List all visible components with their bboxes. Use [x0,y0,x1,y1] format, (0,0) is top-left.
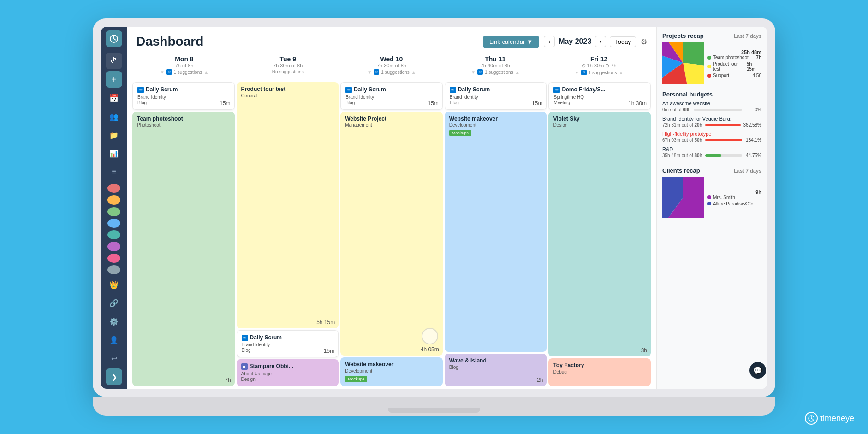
legend-dot-green [707,56,711,60]
card-team-photoshoot[interactable]: Team photoshoot Photoshoot 7h [132,112,235,386]
day-suggestions-fri: ▼ ✉ 1 suggestions ▲ [551,69,647,76]
avatar-3[interactable] [107,207,120,216]
chat-bubble[interactable]: 💬 [749,362,766,379]
main-content: Dashboard Link calendar ▼ ‹ May 2023 › T… [127,27,656,389]
calendar-settings-button[interactable]: ⚙ [641,37,647,46]
prev-month-button[interactable]: ‹ [544,36,555,47]
month-nav: ‹ May 2023 › Today [544,36,636,47]
legend-item-support: Support 4 50 [707,73,761,78]
legend-dot-red [707,74,711,78]
card-website-makeover-thu[interactable]: Website makeover Development Mockups [445,112,547,352]
avatar-1[interactable] [107,184,120,193]
legend-dot-yellow [707,65,711,68]
avatar-4[interactable] [107,219,120,228]
timeneye-branding: timeneye [805,412,854,425]
sidebar-bottom: 👑 🔗 ⚙️ 👤 ↩ ❯ [106,276,122,385]
sidebar: ⏱ + 📅 👥 📁 📊 ≡ 👑 [101,27,127,389]
card-daily-scrum-tue[interactable]: ✉ Daily Scrum Brand Identity Blog 15m [237,330,339,358]
day-headers: Mon 8 7h of 8h ▼ ✉ 1 suggestions ▲ Tue [127,53,656,79]
sidebar-item-network[interactable]: 🔗 [106,295,122,311]
projects-pie-container: 25h 48m Team photoshoot 7h Product tour … [662,42,761,85]
day-header-wed: Wed 10 7h 30m of 8h ▼ ✉ 1 suggestions ▲ [340,53,444,79]
next-month-button[interactable]: › [595,36,606,47]
avatar-8[interactable] [107,265,120,274]
header-controls: Link calendar ▼ ‹ May 2023 › Today ⚙ [483,36,647,48]
card-wave-island[interactable]: Wave & Island Blog 2h [445,354,547,386]
link-calendar-button[interactable]: Link calendar ▼ [483,36,539,48]
ms-outlook-icon-thu: ✉ [450,87,456,93]
day-hours-wed: 7h 30m of 8h [344,63,440,68]
budget-bar-brand [705,124,741,126]
clients-legend: Mrs. Smith Allure Paradise&Co [707,195,761,206]
sidebar-item-reports[interactable]: 📊 [106,145,122,162]
screen: ⏱ + 📅 👥 📁 📊 ≡ 👑 [101,27,767,389]
clients-recap-section: Clients recap Last 7 days 9h [662,167,761,218]
card-daily-scrum-mon[interactable]: ✉ Daily Scrum Brand Identity Blog 15m [132,82,235,110]
day-name-fri: Fri 12 [551,55,647,63]
projects-recap-title: Projects recap [662,32,704,39]
budget-bar-rd [705,154,742,157]
svg-point-6 [665,44,702,81]
day-hours-mon: 7h of 8h [136,63,232,68]
month-label: May 2023 [559,37,591,46]
legend-item-allure: Allure Paradise&Co [707,201,761,206]
card-product-tour-test[interactable]: Product tour test General 5h 15m [237,82,339,328]
brand-name: timeneye [820,414,854,423]
ms-outlook-icon-fri: ✉ [553,87,560,93]
projects-pie-chart [662,42,704,84]
avatar-6[interactable] [107,242,120,251]
sidebar-add-button[interactable]: + [106,71,122,88]
projects-recap-period: Last 7 days [734,33,761,39]
avatar-list [107,184,120,274]
avatar-7[interactable] [107,254,120,263]
sidebar-item-crown[interactable]: 👑 [106,276,122,293]
avatar-5[interactable] [107,230,120,239]
sidebar-collapse-button[interactable]: ❯ [106,368,122,385]
ms-suggestions-icon: ✉ [166,69,172,75]
ms-outlook-icon-tue: ✉ [242,335,248,341]
day-suggestions-mon: ▼ ✉ 1 suggestions ▲ [136,68,232,76]
card-daily-scrum-wed[interactable]: ✉ Daily Scrum Brand Identity Blog 15m [340,82,443,110]
legend-item-mrs-smith: Mrs. Smith [707,195,761,200]
legend-dot-purple [707,195,711,199]
projects-recap-section: Projects recap Last 7 days [662,32,761,85]
projects-pie-wrapper [662,42,704,85]
card-demo-friday[interactable]: ✉ Demo Friday/S... Springtime HQ Meeting… [548,82,651,110]
day-suggestions-thu: ▼ ✉ 1 suggestions ▲ [447,68,543,76]
legend-dot-blue [707,202,711,205]
chevron-up-icon: ▲ [204,70,208,75]
day-name-thu: Thu 11 [447,55,543,63]
card-website-makeover-wed[interactable]: Website makeover Development Mockups [340,357,443,386]
sidebar-item-settings[interactable]: ⚙️ [106,313,122,330]
day-col-wed: ✉ Daily Scrum Brand Identity Blog 15m We… [340,82,443,386]
avatar-2[interactable] [107,195,120,204]
sidebar-item-projects[interactable]: 📁 [106,127,122,143]
projects-legend: Team photoshoot 7h Product tour test 5h … [707,55,761,78]
ms-suggestions-icon-wed: ✉ [374,69,379,75]
sidebar-item-calendar[interactable]: 📅 [106,90,122,106]
day-col-tue: Product tour test General 5h 15m ✉ Daily… [237,82,339,386]
clients-recap-period: Last 7 days [734,168,761,174]
calendar-body: ✉ Daily Scrum Brand Identity Blog 15m Te… [127,79,656,389]
day-suggestions-wed: ▼ ✉ 1 suggestions ▲ [344,68,440,76]
sidebar-item-team[interactable]: 👥 [106,108,122,125]
today-button[interactable]: Today [610,36,636,47]
card-toy-factory[interactable]: Toy Factory Debug [548,358,651,386]
legend-item-product-tour: Product tour test 5h 15m [707,61,761,72]
day-name-mon: Mon 8 [136,55,232,63]
card-stampare-obbi[interactable]: ◼ Stampare Obbi... About Us page Design [237,359,339,386]
sidebar-item-profile[interactable]: 👤 [106,332,122,348]
ms-suggestions-icon-fri: ✉ [581,70,587,75]
card-website-project[interactable]: Website Project Management 4h 05m [340,112,443,356]
day-header-tue: Tue 9 7h 30m of 8h No suggestions [236,53,340,79]
sidebar-item-history[interactable]: ↩ [106,350,122,367]
sidebar-item-list[interactable]: ≡ [106,163,122,180]
laptop-stand [388,408,480,413]
card-violet-sky[interactable]: Violet Sky Design 3h [548,112,651,356]
day-header-fri: Fri 12 ⊙ 1h 30m ⊙ 7h ▼ ✉ 1 suggestions ▲ [547,53,651,79]
card-daily-scrum-thu[interactable]: ✉ Daily Scrum Brand Identity Blog 15m [445,82,547,110]
timer-icon [422,328,438,344]
projects-total: 25h 48m [707,49,761,55]
brand-logo [805,412,818,425]
sidebar-item-time[interactable]: ⏱ [106,53,122,69]
